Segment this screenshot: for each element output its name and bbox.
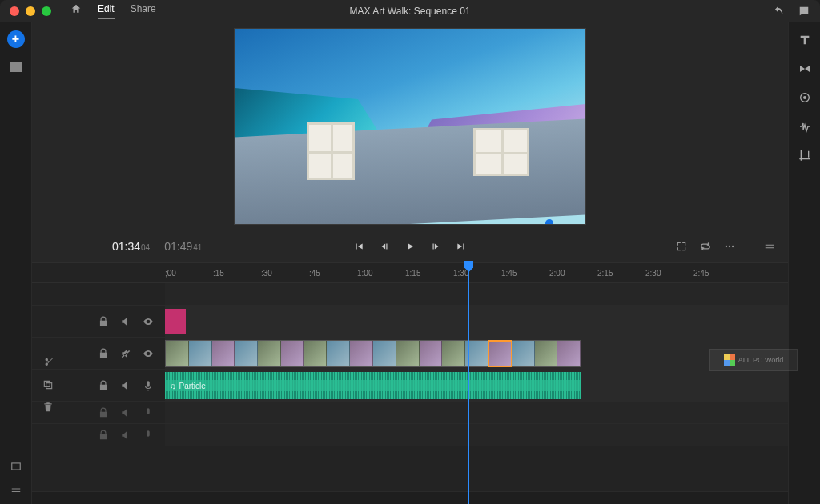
track-spacer bbox=[32, 283, 788, 306]
timecode-duration: 01:4941 bbox=[159, 240, 202, 253]
timecode-current: 01:3404 bbox=[112, 240, 150, 253]
right-rail bbox=[788, 22, 820, 504]
comment-icon[interactable] bbox=[798, 6, 810, 17]
ruler-tick: :15 bbox=[213, 269, 224, 278]
watermark: ALL PC World bbox=[709, 349, 798, 371]
video-clip[interactable] bbox=[165, 340, 581, 367]
export-frame-icon[interactable] bbox=[10, 461, 22, 472]
nav-edit[interactable]: Edit bbox=[98, 3, 115, 19]
step-forward-icon[interactable] bbox=[430, 241, 441, 252]
track-a2 bbox=[32, 402, 788, 424]
mute-icon[interactable] bbox=[120, 316, 131, 327]
lock-icon[interactable] bbox=[98, 430, 109, 441]
playback-controls bbox=[353, 241, 467, 252]
panel-menu-icon[interactable] bbox=[764, 241, 775, 252]
speaker-icon[interactable] bbox=[120, 380, 131, 391]
watermark-logo bbox=[724, 354, 735, 366]
speaker-icon[interactable] bbox=[120, 430, 131, 441]
clip-marker[interactable] bbox=[165, 309, 186, 334]
timeline-scrollbar[interactable] bbox=[32, 491, 788, 504]
svg-point-1 bbox=[729, 246, 730, 247]
eye-icon[interactable] bbox=[143, 348, 154, 359]
ruler-tick: 1:45 bbox=[501, 269, 517, 278]
timeline-tools bbox=[32, 320, 64, 413]
ruler-tick: 2:15 bbox=[597, 269, 613, 278]
go-to-end-icon[interactable] bbox=[456, 241, 467, 252]
go-to-start-icon[interactable] bbox=[353, 241, 364, 252]
svg-rect-5 bbox=[12, 463, 21, 470]
color-icon[interactable] bbox=[798, 91, 811, 104]
traffic-lights bbox=[10, 6, 51, 16]
step-back-icon[interactable] bbox=[379, 241, 390, 252]
list-view-icon[interactable] bbox=[10, 483, 22, 494]
document-title: MAX Art Walk: Sequence 01 bbox=[350, 6, 471, 17]
ruler-tick: ;00 bbox=[165, 269, 176, 278]
loop-icon[interactable] bbox=[700, 241, 711, 252]
transport-bar: 01:3404 01:4941 bbox=[32, 230, 788, 262]
bottom-left-tools bbox=[0, 461, 32, 494]
ruler-tick: 1:30 bbox=[453, 269, 468, 278]
mic-icon[interactable] bbox=[143, 380, 154, 391]
lock-icon[interactable] bbox=[98, 407, 109, 418]
eye-icon[interactable] bbox=[143, 316, 154, 327]
lock-icon[interactable] bbox=[98, 316, 109, 327]
time-ruler[interactable]: ;00:15:30:451:001:151:301:452:002:152:30… bbox=[32, 262, 788, 283]
ruler-tick: :30 bbox=[261, 269, 272, 278]
add-media-button[interactable]: + bbox=[7, 30, 25, 48]
fullscreen-icon[interactable] bbox=[676, 241, 687, 252]
minimize-window-button[interactable] bbox=[26, 6, 35, 16]
ruler-tick: 1:15 bbox=[405, 269, 420, 278]
header-nav: Edit Share bbox=[70, 3, 156, 19]
trash-icon[interactable] bbox=[42, 402, 54, 413]
more-options-icon[interactable] bbox=[724, 241, 735, 252]
left-rail: + bbox=[0, 22, 32, 504]
undo-icon[interactable] bbox=[772, 6, 785, 17]
music-note-icon: ♫ bbox=[170, 382, 176, 390]
timeline-panel: ;00:15:30:451:001:151:301:452:002:152:30… bbox=[32, 262, 788, 504]
svg-point-2 bbox=[732, 246, 734, 247]
nav-share[interactable]: Share bbox=[131, 3, 156, 19]
track-v2 bbox=[32, 306, 788, 338]
scissors-icon[interactable] bbox=[42, 357, 54, 368]
ruler-tick: :45 bbox=[309, 269, 320, 278]
track-header-a3 bbox=[32, 424, 165, 446]
transitions-icon[interactable] bbox=[798, 62, 811, 75]
svg-point-4 bbox=[803, 96, 806, 99]
mic-icon[interactable] bbox=[143, 430, 154, 441]
titles-icon[interactable] bbox=[798, 34, 811, 46]
duplicate-icon[interactable] bbox=[42, 379, 54, 390]
preview-monitor bbox=[32, 22, 788, 230]
audio-fx-icon[interactable] bbox=[798, 120, 811, 133]
audio-clip[interactable]: ♫Particle bbox=[165, 372, 581, 399]
ruler-tick: 2:30 bbox=[645, 269, 661, 278]
speaker-icon[interactable] bbox=[120, 407, 131, 418]
track-a1: ♫Particle bbox=[32, 370, 788, 402]
ruler-tick: 1:00 bbox=[357, 269, 372, 278]
svg-point-0 bbox=[726, 246, 727, 247]
mute-slash-icon[interactable] bbox=[120, 348, 131, 359]
maximize-window-button[interactable] bbox=[42, 6, 51, 16]
mic-icon[interactable] bbox=[143, 407, 154, 418]
audio-clip-name: Particle bbox=[179, 382, 206, 390]
play-icon[interactable] bbox=[404, 241, 416, 252]
playhead[interactable] bbox=[468, 262, 469, 504]
scale-handle[interactable] bbox=[545, 219, 553, 225]
home-icon[interactable] bbox=[70, 3, 82, 14]
lock-icon[interactable] bbox=[98, 380, 109, 391]
crop-icon[interactable] bbox=[798, 149, 811, 162]
window-titlebar: Edit Share MAX Art Walk: Sequence 01 bbox=[0, 0, 820, 22]
lock-icon[interactable] bbox=[98, 348, 109, 359]
project-panel-icon[interactable] bbox=[10, 62, 22, 72]
close-window-button[interactable] bbox=[10, 6, 19, 16]
track-v1 bbox=[32, 338, 788, 370]
ruler-tick: 2:45 bbox=[693, 269, 709, 278]
track-a3 bbox=[32, 424, 788, 446]
preview-frame[interactable] bbox=[234, 28, 586, 225]
ruler-tick: 2:00 bbox=[549, 269, 565, 278]
